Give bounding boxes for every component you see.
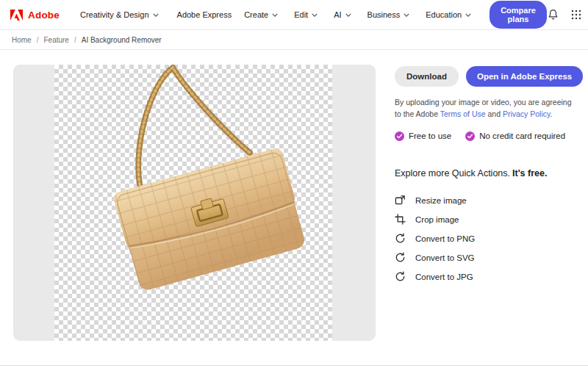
menu-label: Business — [368, 10, 401, 19]
breadcrumb-separator: / — [37, 36, 39, 44]
bag-body — [112, 147, 308, 292]
quick-action-convert-to-png[interactable]: Convert to PNG — [395, 229, 575, 248]
terms-of-use-link[interactable]: Terms of Use — [440, 109, 486, 118]
menu-label: Creativity & Design — [80, 10, 149, 19]
nav-label: Adobe Express — [177, 10, 232, 19]
privacy-policy-link[interactable]: Privacy Policy — [503, 109, 551, 118]
chevron-down-icon — [465, 13, 471, 17]
badge-no-credit-card: No credit card required — [465, 131, 565, 141]
quick-action-crop-image[interactable]: Crop image — [395, 210, 575, 229]
menu-education[interactable]: Education — [417, 0, 479, 29]
adobe-logo-icon — [10, 10, 23, 21]
page-bottom-divider — [0, 365, 588, 366]
badge-label: Free to use — [409, 131, 451, 140]
compare-plans-button[interactable]: Compare plans — [490, 1, 547, 29]
app-grid-icon[interactable] — [570, 8, 583, 21]
quick-action-convert-to-svg[interactable]: Convert to SVG — [395, 248, 575, 267]
breadcrumb-feature[interactable]: Feature — [43, 36, 68, 44]
quick-action-label: Resize image — [415, 196, 467, 205]
quick-action-convert-to-jpg[interactable]: Convert to JPG — [395, 267, 575, 286]
action-panel: Download Open in Adobe Express By upload… — [395, 66, 575, 286]
chevron-down-icon — [312, 13, 318, 17]
nav-adobe-express[interactable]: Adobe Express — [169, 0, 237, 29]
menu-label: Create — [244, 10, 268, 19]
open-in-adobe-express-button[interactable]: Open in Adobe Express — [466, 66, 583, 87]
quick-action-label: Convert to SVG — [415, 253, 475, 262]
feature-badges: Free to use No credit card required — [395, 131, 575, 141]
badge-label: No credit card required — [479, 131, 565, 140]
convert-icon — [395, 233, 406, 244]
menu-label: Education — [426, 10, 462, 19]
convert-icon — [395, 271, 406, 282]
quick-action-label: Convert to JPG — [415, 273, 473, 281]
explore-text: Explore more Quick Actions. — [395, 168, 510, 178]
chevron-down-icon — [345, 13, 351, 17]
explore-bold: It's free. — [512, 168, 547, 178]
menu-creativity-design[interactable]: Creativity & Design — [70, 0, 169, 29]
adobe-logo[interactable]: Adobe — [0, 0, 70, 29]
chevron-down-icon — [153, 13, 159, 17]
header-right-icons — [547, 8, 588, 21]
check-circle-icon — [395, 131, 404, 141]
notifications-bell-icon[interactable] — [547, 8, 560, 21]
legal-and: and — [486, 109, 503, 118]
adobe-logo-text: Adobe — [28, 10, 60, 21]
breadcrumb-current-page: AI Background Remover — [82, 36, 162, 44]
chevron-down-icon — [404, 13, 409, 17]
handbag-image — [13, 65, 376, 341]
resize-icon — [395, 195, 406, 206]
breadcrumb-home[interactable]: Home — [12, 36, 32, 44]
main-content: Download Open in Adobe Express By upload… — [0, 50, 588, 341]
menu-business[interactable]: Business — [359, 0, 418, 29]
page: Adobe Creativity & Design Adobe Express … — [0, 0, 588, 368]
menu-label: Edit — [294, 10, 308, 19]
result-image-card — [13, 65, 376, 341]
explore-heading: Explore more Quick Actions.It's free. — [395, 168, 575, 178]
quick-actions-list: Resize image Crop image Convert to PNG — [395, 191, 575, 286]
download-button[interactable]: Download — [395, 66, 459, 87]
convert-icon — [395, 252, 406, 263]
menu-create[interactable]: Create — [236, 0, 286, 29]
legal-period: . — [551, 109, 553, 118]
quick-action-label: Crop image — [415, 215, 459, 224]
legal-text: By uploading your image or video, you ar… — [395, 96, 573, 120]
breadcrumb: Home / Feature / AI Background Remover — [0, 30, 588, 50]
chevron-down-icon — [272, 13, 278, 17]
crop-icon — [395, 214, 406, 225]
badge-free-to-use: Free to use — [395, 131, 451, 141]
menu-edit[interactable]: Edit — [286, 0, 326, 29]
top-nav-bar: Adobe Creativity & Design Adobe Express … — [0, 0, 588, 30]
menu-ai[interactable]: AI — [326, 0, 359, 29]
menu-label: AI — [334, 10, 341, 19]
button-row: Download Open in Adobe Express — [395, 66, 575, 87]
check-circle-icon — [465, 131, 475, 141]
quick-action-resize-image[interactable]: Resize image — [395, 191, 575, 210]
quick-action-label: Convert to PNG — [415, 234, 475, 243]
breadcrumb-separator: / — [74, 36, 76, 44]
